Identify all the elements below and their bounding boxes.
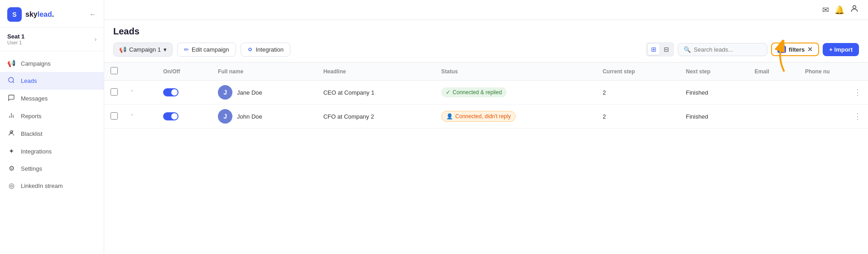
bell-icon[interactable]: 🔔 <box>834 5 844 15</box>
sidebar-item-label: LinkedIn stream <box>21 182 63 189</box>
svg-point-6 <box>853 5 856 9</box>
row-more-button[interactable]: ⋮ <box>854 111 862 121</box>
lead-headline: CEO at Company 1 <box>317 81 435 105</box>
sidebar-item-label: Blacklist <box>21 130 43 137</box>
seat-user: User 1 <box>7 40 24 45</box>
sidebar-item-integrations[interactable]: ✦ Integrations <box>0 143 104 160</box>
select-all-checkbox[interactable] <box>111 67 118 74</box>
campaign-selector-button[interactable]: 📢 Campaign 1 ▾ <box>113 43 173 57</box>
sidebar-item-blacklist[interactable]: Blacklist <box>0 125 104 143</box>
table-row: ˅ J John Doe CFO at Company <box>104 105 868 129</box>
logo-text: skylead. <box>25 10 54 19</box>
col-onoff: On/Off <box>157 62 212 81</box>
lead-email <box>748 81 799 105</box>
lead-headline: CFO at Company 2 <box>317 105 435 129</box>
sidebar: S skylead. ← Seat 1 User 1 › 📢 Campaigns… <box>0 0 104 254</box>
seat-name: Seat 1 <box>7 33 24 40</box>
linkedin-stream-icon: ◎ <box>7 182 15 190</box>
seat-chevron-icon: › <box>95 36 96 43</box>
mail-icon[interactable]: ✉ <box>822 5 829 15</box>
sidebar-item-label: Leads <box>21 77 37 84</box>
campaigns-icon: 📢 <box>7 59 15 67</box>
row-more-button[interactable]: ⋮ <box>854 87 862 97</box>
lead-email <box>748 105 799 129</box>
settings-icon: ⚙ <box>7 164 15 173</box>
col-phone: Phone nu <box>799 62 868 81</box>
seat-section[interactable]: Seat 1 User 1 › <box>0 28 104 51</box>
filters-button[interactable]: 2 filters ✕ <box>771 43 819 56</box>
sidebar-item-leads[interactable]: Leads <box>0 72 104 90</box>
campaign-name: Campaign 1 <box>129 46 161 53</box>
edit-campaign-button[interactable]: ✏ Edit campaign <box>177 43 236 57</box>
sidebar-item-label: Campaigns <box>21 60 51 67</box>
search-icon: 🔍 <box>684 46 691 53</box>
status-person-icon: 👤 <box>446 113 453 120</box>
table-row: ˅ J Jane Doe CEO at Company <box>104 81 868 105</box>
col-fullname: Full name <box>212 62 317 81</box>
row-expand-icon[interactable]: ˅ <box>130 89 134 96</box>
col-next-step: Next step <box>680 62 748 81</box>
import-button[interactable]: + Import <box>823 43 859 56</box>
toolbar: 📢 Campaign 1 ▾ ✏ Edit campaign ⭘ Integra… <box>113 42 859 62</box>
row-checkbox[interactable] <box>111 112 118 120</box>
status-badge: ✓ Connected & replied <box>441 87 506 97</box>
col-status: Status <box>435 62 596 81</box>
campaign-chevron-icon: ▾ <box>164 46 167 53</box>
edit-icon: ✏ <box>184 46 189 53</box>
sidebar-item-messages[interactable]: Messages <box>0 90 104 107</box>
sidebar-nav: 📢 Campaigns Leads Messages Reports Bl <box>0 51 104 254</box>
leads-table-wrap: On/Off Full name Headline Status Current… <box>104 62 868 254</box>
toolbar-right: ⊞ ⊟ 🔍 2 filters ✕ <box>646 42 859 57</box>
lead-next-step: Finished <box>680 81 748 105</box>
view-toggle: ⊞ ⊟ <box>646 42 674 57</box>
leads-icon <box>7 77 15 85</box>
filters-badge: 2 <box>777 46 786 53</box>
svg-point-0 <box>9 77 14 82</box>
col-email: Email <box>748 62 799 81</box>
toggle-thumb <box>171 113 178 120</box>
top-header: ✉ 🔔 <box>104 0 868 20</box>
status-badge: 👤 Connected, didn't reply <box>441 111 516 122</box>
avatar: J <box>218 85 232 100</box>
avatar: J <box>218 109 232 124</box>
sidebar-item-settings[interactable]: ⚙ Settings <box>0 160 104 177</box>
status-check-icon: ✓ <box>446 89 450 96</box>
sidebar-item-label: Integrations <box>21 148 52 155</box>
row-checkbox[interactable] <box>111 88 118 96</box>
main-content: ✉ 🔔 Leads 📢 Campaign 1 ▾ ✏ Edit campaign <box>104 0 868 254</box>
col-headline: Headline <box>317 62 435 81</box>
user-profile-icon[interactable] <box>850 4 859 15</box>
lead-current-step: 2 <box>596 81 680 105</box>
leads-table: On/Off Full name Headline Status Current… <box>104 62 868 129</box>
sidebar-item-label: Settings <box>21 165 42 172</box>
megaphone-icon: 📢 <box>119 46 126 53</box>
sidebar-item-reports[interactable]: Reports <box>0 107 104 125</box>
page-title: Leads <box>113 26 859 37</box>
search-box: 🔍 <box>678 43 767 56</box>
row-expand-icon[interactable]: ˅ <box>130 113 134 120</box>
grid-view-button[interactable]: ⊞ <box>648 44 660 55</box>
lead-name: John Doe <box>237 113 262 120</box>
page-content: Leads 📢 Campaign 1 ▾ ✏ Edit campaign ⭘ I… <box>104 20 868 254</box>
sidebar-item-linkedin-stream[interactable]: ◎ LinkedIn stream <box>0 177 104 194</box>
col-current-step: Current step <box>596 62 680 81</box>
lead-toggle[interactable] <box>163 112 178 120</box>
sidebar-toggle-icon[interactable]: ← <box>89 10 96 19</box>
lead-name-cell: J John Doe <box>218 109 311 124</box>
filters-label: filters <box>789 46 805 53</box>
filters-close-icon[interactable]: ✕ <box>807 46 813 53</box>
lead-next-step: Finished <box>680 105 748 129</box>
search-input[interactable] <box>694 46 762 53</box>
lead-name-cell: J Jane Doe <box>218 85 311 100</box>
integration-icon: ⭘ <box>247 46 253 53</box>
lead-toggle[interactable] <box>163 88 178 96</box>
toggle-thumb <box>171 89 178 96</box>
integrations-icon: ✦ <box>7 147 15 155</box>
sidebar-logo: S skylead. ← <box>0 0 104 28</box>
logo-icon: S <box>7 7 22 22</box>
table-view-button[interactable]: ⊟ <box>661 44 672 55</box>
lead-name: Jane Doe <box>237 89 262 96</box>
integration-button[interactable]: ⭘ Integration <box>241 43 290 57</box>
sidebar-item-campaigns[interactable]: 📢 Campaigns <box>0 55 104 72</box>
blacklist-icon <box>7 129 15 138</box>
